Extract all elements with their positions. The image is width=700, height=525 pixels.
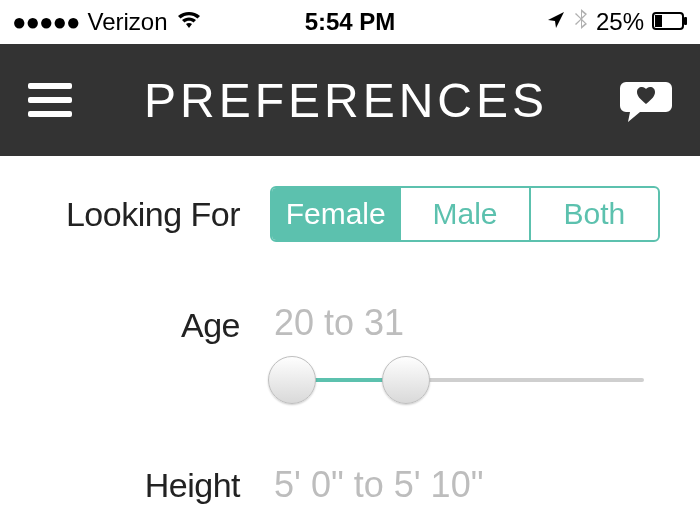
height-row: Height 5' 0" to 5' 10" bbox=[40, 464, 660, 506]
looking-for-segmented: Female Male Both bbox=[270, 186, 660, 242]
age-value: 20 to 31 bbox=[270, 302, 660, 344]
segment-female[interactable]: Female bbox=[272, 188, 399, 240]
svg-rect-2 bbox=[655, 15, 662, 27]
age-label: Age bbox=[40, 302, 270, 345]
age-min-thumb[interactable] bbox=[268, 356, 316, 404]
navbar: PREFERENCES bbox=[0, 44, 700, 156]
looking-for-label: Looking For bbox=[40, 195, 270, 234]
location-icon bbox=[546, 8, 566, 36]
age-slider[interactable] bbox=[274, 356, 644, 404]
age-row: Age 20 to 31 bbox=[40, 302, 660, 404]
menu-button[interactable] bbox=[28, 83, 72, 117]
status-bar: ●●●●● Verizon 5:54 PM 25% bbox=[0, 0, 700, 44]
preferences-content: Looking For Female Male Both Age 20 to 3… bbox=[0, 156, 700, 506]
svg-rect-1 bbox=[684, 17, 687, 25]
looking-for-row: Looking For Female Male Both bbox=[40, 186, 660, 242]
messages-button[interactable] bbox=[620, 78, 672, 122]
page-title: PREFERENCES bbox=[144, 73, 548, 128]
status-left: ●●●●● Verizon bbox=[12, 8, 202, 36]
age-max-thumb[interactable] bbox=[382, 356, 430, 404]
status-right: 25% bbox=[546, 8, 688, 36]
segment-male[interactable]: Male bbox=[399, 188, 528, 240]
wifi-icon bbox=[176, 8, 202, 36]
signal-strength-icon: ●●●●● bbox=[12, 8, 79, 36]
segment-both[interactable]: Both bbox=[529, 188, 658, 240]
height-label: Height bbox=[40, 466, 270, 505]
height-value: 5' 0" to 5' 10" bbox=[270, 464, 483, 506]
hamburger-icon bbox=[28, 83, 72, 89]
battery-percent: 25% bbox=[596, 8, 644, 36]
carrier-label: Verizon bbox=[87, 8, 167, 36]
battery-icon bbox=[652, 8, 688, 36]
bluetooth-icon bbox=[574, 8, 588, 36]
chat-heart-icon bbox=[620, 78, 672, 122]
